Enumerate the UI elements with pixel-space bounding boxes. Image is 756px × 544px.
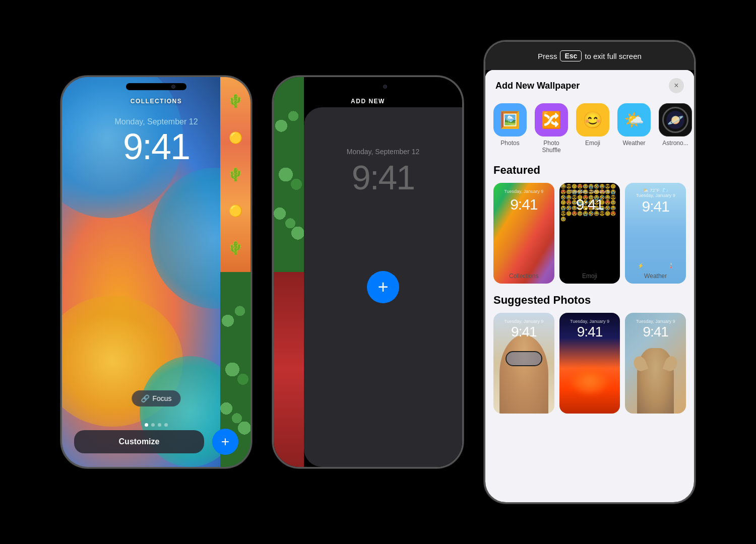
bottom-bar: Customize + (62, 429, 250, 455)
cactus-icon: 🌵 (227, 93, 243, 109)
inner-phone-screen: Monday, September 12 9:41 + (304, 107, 462, 467)
inner-time: 9:41 (304, 158, 462, 197)
ball-icon: 🟡 (229, 131, 242, 145)
phone-collections: COLLECTIONS Monday, September 12 9:41 🌵 … (60, 76, 252, 468)
sugg-time-1: 9:41 (493, 324, 554, 340)
customize-button[interactable]: Customize (74, 430, 204, 453)
featured-grid: Tuesday, January 9 9:41 Collections 😂😎🙃😍… (485, 183, 694, 292)
sugg-time-2: 9:41 (559, 324, 620, 340)
fullscreen-bar: Press Esc to exit full screen (485, 42, 694, 70)
card-time-2: 9:41 (559, 196, 620, 213)
bottom-padding (485, 422, 694, 442)
astronomy-label: Astrono... (662, 140, 688, 147)
add-wallpaper-button[interactable]: + (212, 429, 238, 455)
add-icon: + (221, 434, 229, 450)
left-bottom-panel (274, 272, 304, 467)
wp-type-astronomy[interactable]: 🪐 Astrono... (659, 103, 692, 154)
close-modal-button[interactable]: × (669, 78, 684, 93)
modal-title: Add New Wallpaper (495, 81, 580, 91)
card-date-3: Tuesday, January 9 (625, 193, 686, 198)
suggested-grid: Tuesday, January 9 9:41 Tuesday, January… (485, 313, 694, 422)
add-new-label: ADD NEW (351, 98, 385, 105)
emoji-label: Emoji (585, 140, 600, 147)
photos-icon: 🖼️ (493, 103, 527, 137)
esc-key: Esc (560, 50, 582, 61)
focus-button[interactable]: 🔗 Focus (132, 390, 180, 406)
card-time-3: 9:41 (625, 198, 686, 215)
card-time-1: 9:41 (493, 196, 554, 213)
modal-header: Add New Wallpaper × (485, 70, 694, 99)
featured-collections-card[interactable]: Tuesday, January 9 9:41 Collections (493, 183, 554, 284)
dot-2 (151, 423, 155, 427)
featured-title: Featured (485, 162, 694, 183)
wp-type-emoji[interactable]: 😊 Emoji (576, 103, 609, 154)
cactus-icon-3: 🌵 (227, 240, 243, 256)
wp-type-weather[interactable]: 🌤️ Weather (617, 103, 651, 154)
sugg-date-1: Tuesday, January 9 (493, 319, 554, 324)
dot-4 (164, 423, 168, 427)
suggested-person-card[interactable]: Tuesday, January 9 9:41 (493, 313, 554, 414)
ball-icon-2: 🟡 (229, 205, 242, 218)
suggested-sunset-card[interactable]: Tuesday, January 9 9:41 (559, 313, 620, 414)
collections-card-label: Collections (493, 273, 554, 280)
inner-date: Monday, September 12 (304, 148, 462, 156)
plus-icon: + (377, 277, 388, 298)
emoji-card-label: Emoji (559, 273, 620, 280)
wp-type-photos[interactable]: 🖼️ Photos (493, 103, 527, 154)
sugg-time-3: 9:41 (625, 324, 686, 340)
photos-label: Photos (500, 140, 519, 147)
emoji-icon: 😊 (576, 103, 609, 137)
photo-shuffle-label: PhotoShuffle (542, 140, 560, 154)
photo-shuffle-icon: 🔀 (535, 103, 568, 137)
weather-card-label: Weather (625, 273, 686, 280)
add-new-header: ADD NEW (274, 77, 462, 105)
press-text: Press (538, 52, 557, 60)
weather-icon: 🌤️ (617, 103, 651, 137)
page-dots (145, 423, 168, 427)
card-date-2: Tuesday, January 9 (559, 189, 620, 194)
wallpaper-types-row: 🖼️ Photos 🔀 PhotoShuffle 😊 Emoji 🌤️ Weat… (485, 99, 694, 162)
dot-1 (145, 423, 148, 427)
wp-type-photo-shuffle[interactable]: 🔀 PhotoShuffle (535, 103, 568, 154)
suggested-title: Suggested Photos (485, 292, 694, 313)
phone-add-new: ADD NEW Monday, September 12 9:41 + (272, 76, 464, 468)
featured-emoji-card[interactable]: 😂😎🙃😍🥹😭🤣😂😎🙃😍🥹😭🤣😂😎🙃😍🥹😭🤣😂😎🙃😍🥹😭🤣😂😎🙃😍🥹😭🤣😂😎🙃😍🥹… (559, 183, 620, 284)
focus-label: Focus (152, 394, 171, 402)
featured-weather-card[interactable]: ⛅ 72°F🌬️ Tuesday, January 9 9:41 ⚡🌡️ Wea… (625, 183, 686, 284)
add-wallpaper-modal[interactable]: Add New Wallpaper × 🖼️ Photos 🔀 PhotoShu… (485, 70, 694, 502)
astronomy-icon: 🪐 (659, 103, 692, 137)
weather-label: Weather (622, 140, 645, 147)
sugg-date-3: Tuesday, January 9 (625, 319, 686, 324)
suggested-dog-card[interactable]: Tuesday, January 9 9:41 (625, 313, 686, 414)
phone-modal: Press Esc to exit full screen Add New Wa… (484, 40, 696, 504)
side-panel[interactable]: 🌵 🟡 🌵 🟡 🌵 (220, 77, 250, 467)
card-date-1: Tuesday, January 9 (493, 189, 554, 194)
exit-text: to exit full screen (585, 52, 642, 60)
dot-3 (158, 423, 161, 427)
collections-label: COLLECTIONS (131, 98, 182, 105)
add-new-circle-button[interactable]: + (367, 271, 399, 303)
left-top-panel (274, 77, 304, 272)
focus-icon: 🔗 (141, 394, 149, 402)
cactus-icon-2: 🌵 (227, 167, 243, 182)
left-side-panels (274, 77, 304, 467)
sugg-date-2: Tuesday, January 9 (559, 319, 620, 324)
cactus-panel: 🌵 🟡 🌵 🟡 🌵 (220, 77, 250, 272)
